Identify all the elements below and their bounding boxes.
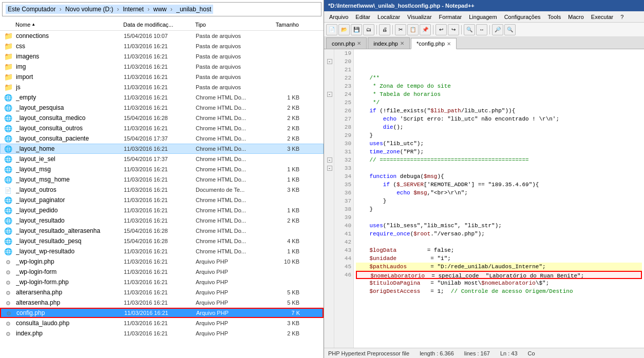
file-size: 3 KB [262,146,304,152]
status-col: Co [528,350,535,356]
open-button[interactable]: 📂 [338,24,350,35]
tab-close-icon[interactable]: ✕ [357,41,361,46]
file-row[interactable]: 🌐 _layout_msg 11/03/2016 16:21 Chrome HT… [0,164,324,174]
file-row[interactable]: 🌐 _empty 11/03/2016 16:21 Chrome HTML Do… [0,92,324,103]
file-icon-cell: 📄 [1,186,16,194]
file-row[interactable]: 🌐 _layout_resultado_pesq 15/04/2016 16:2… [0,236,324,246]
undo-button[interactable]: ↩ [435,24,447,35]
file-row[interactable]: 📁 import 11/03/2016 16:21 Pasta de arqui… [0,72,324,82]
php-icon: ⚙ [6,310,11,316]
tab-conn-php[interactable]: conn.php✕ [326,37,367,49]
menu-item-linguagem[interactable]: Linguagem [466,13,500,21]
col-size-header[interactable]: Tamanho [262,22,303,28]
replace-button[interactable]: ↔ [476,24,487,35]
menu-item-visualizar[interactable]: Visualizar [404,13,435,21]
status-filetype: PHP Hypertext Preprocessor file [328,350,409,356]
gutter-cell: - [324,57,334,66]
file-row[interactable]: 🌐 _layout_consulta_medico 15/04/2016 16:… [0,113,324,123]
file-row[interactable]: 🌐 _layout_consulta_paciente 15/04/2016 1… [0,133,324,144]
file-size: 2 KB [262,105,304,111]
file-row[interactable]: ⚙ alterasenha.php 11/03/2016 16:21 Arqui… [0,297,324,308]
menu-item-localizar[interactable]: Localizar [374,13,403,21]
menu-item-editar[interactable]: Editar [352,13,373,21]
line-number: 22 [334,74,353,82]
file-row[interactable]: 📁 js 11/03/2016 16:21 Pasta de arquivos [0,82,324,92]
col-type-header[interactable]: Tipo [195,22,262,28]
fold-button[interactable]: - [327,59,332,64]
file-type: Pasta de arquivos [196,64,262,70]
menu-item-macro[interactable]: Macro [565,13,587,21]
menu-item-configurações[interactable]: Configurações [501,13,544,21]
line-number: 38 [334,205,353,213]
file-row[interactable]: 🌐 _layout_msg_home 11/03/2016 16:21 Chro… [0,174,324,185]
code-line: $tituloDaPagina = "Unilab Host\$nomeLabo… [356,279,642,287]
tab-config-php[interactable]: *config.php✕ [411,38,457,49]
gutter-cell [324,107,334,115]
php-icon: ⚙ [6,259,11,265]
menu-item-?[interactable]: ? [617,13,627,21]
file-size: 2 KB [262,125,304,131]
file-size: 1 KB [262,248,304,254]
tab-close-icon[interactable]: ✕ [447,41,451,47]
tab-index-php[interactable]: index.php✕ [368,37,410,49]
menu-item-executar[interactable]: Executar [588,13,616,21]
file-row[interactable]: 🌐 _layout_paginator 11/03/2016 16:21 Chr… [0,195,324,205]
file-row[interactable]: 🌐 _layout_pedido 11/03/2016 16:21 Chrome… [0,205,324,215]
file-row[interactable]: ⚙ _wp-login-form.php 11/03/2016 16:21 Ar… [0,277,324,287]
save-all-button[interactable]: 🗂 [363,24,374,35]
new-button[interactable]: 📄 [326,24,337,35]
file-row[interactable]: ⚙ _wp-login-form 11/03/2016 16:21 Arquiv… [0,267,324,277]
file-row[interactable]: 🌐 _layout_resultado_alterasenha 15/04/20… [0,226,324,236]
file-row[interactable]: 🌐 _layout_pesquisa 11/03/2016 16:21 Chro… [0,103,324,113]
copy-button[interactable]: 📋 [407,24,419,35]
save-button[interactable]: 💾 [351,24,362,35]
file-size: 4 KB [262,238,304,244]
code-editor[interactable]: /** * Zona de tempo do site * Tabela de … [354,49,644,348]
paste-button[interactable]: 📌 [420,24,431,35]
fold-button[interactable]: - [327,166,332,171]
line-number: 33 [334,164,353,172]
file-row[interactable]: ⚙ config.php 11/03/2016 16:21 Arquivo PH… [0,308,324,318]
menu-item-formatar[interactable]: Formatar [436,13,465,21]
menu-item-tools[interactable]: Tools [545,13,564,21]
zoom-in-button[interactable]: 🔎 [492,24,503,35]
folder-icon: 📁 [4,42,13,50]
fold-button[interactable]: - [327,157,332,163]
file-row[interactable]: 🌐 _layout_resultado 11/03/2016 16:21 Chr… [0,215,324,226]
zoom-out-button[interactable]: 🔍 [504,24,516,35]
col-name-header[interactable]: Nome ▲ [0,22,123,28]
file-row[interactable]: 📄 _layout_outros 11/03/2016 16:21 Docume… [0,185,324,195]
file-row[interactable]: 📁 connections 15/04/2016 10:07 Pasta de … [0,31,324,41]
php-icon: ⚙ [6,331,11,337]
file-row[interactable]: 🌐 _layout_consulta_outros 11/03/2016 16:… [0,123,324,133]
col-date-header[interactable]: Data de modificaç... [123,22,195,28]
file-row[interactable]: ⚙ index.php 11/03/2016 16:21 Arquivo PHP… [0,328,324,339]
tab-label: *config.php [416,41,445,47]
file-name: _layout_paginator [16,196,124,204]
file-name: _layout_msg [16,166,124,173]
file-row[interactable]: 📁 img 11/03/2016 16:21 Pasta de arquivos [0,62,324,72]
find-button[interactable]: 🔍 [464,24,475,35]
fold-button[interactable]: - [327,92,332,97]
file-row[interactable]: ⚙ consulta_laudo.php 11/03/2016 16:21 Ar… [0,318,324,328]
menu-item-arquivo[interactable]: Arquivo [326,13,351,21]
print-button[interactable]: 🖨 [379,24,390,35]
file-row[interactable]: 📁 imagens 11/03/2016 16:21 Pasta de arqu… [0,51,324,62]
folder-icon: 📁 [4,83,13,91]
gutter-cell [324,66,334,74]
file-row[interactable]: ⚙ _wp-login.php 11/03/2016 16:21 Arquivo… [0,256,324,267]
breadcrumb[interactable]: Este Computador › Novo volume (D:) › Int… [2,2,321,16]
notepad-toolbar: 📄 📂 💾 🗂 🖨 ✂ 📋 📌 ↩ ↪ 🔍 ↔ 🔎 🔍 [324,23,644,37]
file-size: 1 KB [262,207,304,213]
file-row[interactable]: 🌐 _layout_ie_sel 15/04/2016 17:37 Chrome… [0,154,324,164]
tab-close-icon[interactable]: ✕ [400,41,404,46]
file-row[interactable]: 🌐 _layout_home 11/03/2016 16:21 Chrome H… [0,144,324,154]
redo-button[interactable]: ↪ [448,24,459,35]
file-row[interactable]: ⚙ alterarsenha.php 11/03/2016 16:21 Arqu… [0,287,324,297]
gutter-cell [324,189,334,197]
file-row[interactable]: 🌐 _layout_wp-resultado 11/03/2016 16:21 … [0,246,324,256]
file-date: 11/03/2016 16:21 [124,74,196,80]
file-row[interactable]: 📁 css 11/03/2016 16:21 Pasta de arquivos [0,41,324,51]
code-line: echo $msg,"<br>\r\n"; [356,189,642,197]
cut-button[interactable]: ✂ [395,24,406,35]
